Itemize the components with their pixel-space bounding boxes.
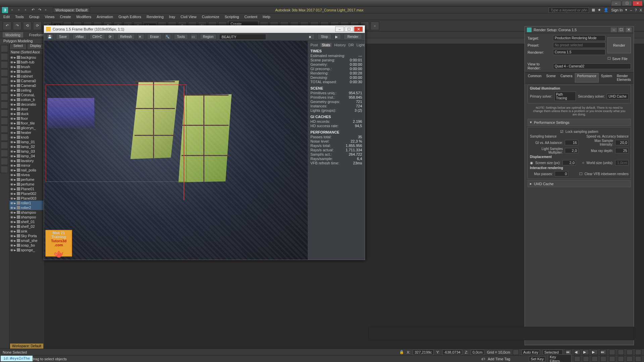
rsetup-tab-camera[interactable]: Camera [558, 73, 575, 83]
undo-icon[interactable]: ↶ [32, 8, 36, 12]
visibility-icon[interactable]: 👁 [10, 178, 13, 181]
y-field[interactable]: -638,0734 [442, 350, 462, 355]
light-samples-spinner[interactable]: 2,0 [565, 148, 578, 153]
scene-item[interactable]: 👁▸shelf_02 [9, 224, 44, 229]
cfb-tab-post[interactable]: Post [310, 43, 318, 47]
cfb-tab-lightmix[interactable]: LightMix [356, 43, 365, 47]
tool-icon[interactable] [1, 142, 8, 149]
tool-icon[interactable] [1, 109, 8, 117]
redo-icon[interactable]: ↷ [38, 8, 43, 12]
scene-item[interactable]: 👁▸gliceryn_ [9, 125, 44, 130]
visibility-icon[interactable]: 👁 [10, 117, 13, 120]
lock-checkbox[interactable]: ☑ [560, 130, 563, 134]
tool-icon[interactable] [1, 117, 8, 125]
signin-label[interactable]: Sign In [611, 8, 623, 12]
save-button[interactable]: Save [56, 34, 70, 40]
visibility-icon[interactable]: 👁 [10, 225, 13, 228]
os-max-button[interactable]: ☐ [622, 1, 632, 6]
visibility-icon[interactable]: 👁 [10, 103, 13, 106]
rsetup-max-button[interactable]: ☐ [618, 28, 624, 32]
stop-button[interactable]: Stop [317, 34, 332, 40]
key-filters-button[interactable]: Key Filters... [548, 354, 572, 362]
tool-icon[interactable] [1, 150, 8, 157]
view-selector[interactable]: Quad 4 - Camera02 [553, 63, 631, 69]
visibility-icon[interactable]: 👁 [10, 84, 13, 87]
os-close-button[interactable]: ✕ [633, 1, 643, 6]
scene-item[interactable]: 👁▸shelf_01 [9, 219, 44, 224]
menu-group[interactable]: Group [29, 15, 40, 19]
renderer-selector[interactable]: Corona 1.5 [553, 49, 605, 55]
render-button[interactable]: Render [607, 37, 631, 53]
nav-icon[interactable] [609, 356, 615, 362]
nav-icon[interactable] [618, 356, 624, 362]
open-icon[interactable]: ▫ [18, 8, 23, 12]
scene-item[interactable]: 👁▸roller2 [9, 205, 44, 210]
target-selector[interactable]: Production Rendering Mode [553, 35, 605, 41]
column-header[interactable]: Name (Sorted Asce [9, 50, 44, 55]
visibility-icon[interactable]: 👁 [10, 220, 13, 223]
a360-button[interactable]: ▫ [370, 21, 379, 30]
visibility-icon[interactable]: 👁 [10, 140, 13, 144]
save-icon[interactable]: ▫ [25, 8, 30, 12]
tool-icon[interactable] [1, 93, 8, 101]
rsetup-titlebar[interactable]: Render Setup: Corona 1.5 – ☐ ✕ [525, 27, 634, 33]
visibility-icon[interactable]: 👁 [10, 244, 13, 247]
visibility-icon[interactable]: 👁 [10, 136, 13, 139]
visibility-icon[interactable]: 👁 [10, 159, 13, 162]
visibility-icon[interactable]: 👁 [10, 168, 13, 172]
nav-icon[interactable] [627, 356, 633, 362]
rsetup-tab-scene[interactable]: Scene [544, 73, 558, 83]
region-button[interactable]: Region [200, 34, 217, 40]
cfb-tab-dr[interactable]: DR [348, 43, 354, 47]
link-button[interactable]: ⟲ [23, 21, 32, 30]
rsetup-tab-common[interactable]: Common [526, 73, 544, 83]
region-icon[interactable]: ▭ [191, 34, 197, 40]
render-output[interactable] [44, 41, 308, 260]
lock-icon[interactable]: 🔒 [399, 350, 404, 354]
visibility-icon[interactable]: 👁 [10, 173, 13, 176]
scene-item[interactable]: 👁▸brush [9, 64, 44, 69]
ctrlc-button[interactable]: Ctrl+C [90, 34, 105, 40]
nav-icon[interactable] [627, 350, 633, 355]
tool-icon[interactable] [1, 69, 8, 76]
star-icon[interactable]: ★ [598, 8, 601, 12]
visibility-icon[interactable]: 👁 [10, 74, 13, 78]
menu-iray[interactable]: Iray [169, 15, 175, 19]
tools-button[interactable]: Tools [174, 34, 188, 40]
menu-content[interactable]: Content [244, 15, 257, 19]
worldsize-radio[interactable]: ○ [582, 161, 585, 165]
gi-aa-spinner[interactable]: 16 [565, 140, 578, 145]
max-sample-spinner[interactable]: 20,0 [615, 140, 629, 145]
visibility-icon[interactable]: 👁 [10, 126, 13, 130]
scene-item[interactable]: 👁▸shampoo [9, 210, 44, 215]
visibility-icon[interactable]: 👁 [10, 89, 13, 92]
undo-button[interactable]: ↶ [3, 21, 11, 30]
visibility-icon[interactable]: 👁 [10, 201, 13, 205]
goto-end-button[interactable]: ⏭ [600, 350, 606, 355]
visibility-icon[interactable]: 👁 [10, 239, 13, 242]
rsetup-tab-performance[interactable]: Performance [575, 73, 599, 83]
tool-icon[interactable] [1, 45, 8, 52]
visibility-icon[interactable]: 👁 [10, 192, 13, 195]
visibility-icon[interactable]: 👁 [10, 93, 13, 97]
to-max-button[interactable]: >Max [72, 34, 87, 40]
nav-icon[interactable] [609, 350, 615, 355]
scene-item[interactable]: 👁▸duck [9, 111, 44, 116]
stop-icon[interactable]: ■ [308, 34, 315, 40]
scene-item[interactable]: 👁▸small_she [9, 238, 44, 243]
visibility-icon[interactable]: 👁 [10, 150, 13, 153]
scene-item[interactable]: 👁▸bath-tub [9, 60, 44, 64]
nav-icon[interactable] [618, 350, 624, 355]
tool-icon[interactable] [1, 77, 8, 85]
scene-item[interactable]: 👁▸Camera0 [9, 83, 44, 88]
refresh-button[interactable]: Refresh [117, 34, 135, 40]
menu-animation[interactable]: Animation [97, 15, 113, 19]
rsetup-close-button[interactable]: ✕ [626, 28, 632, 32]
setkey-button[interactable]: Set Key [529, 356, 545, 362]
visibility-icon[interactable]: 👁 [10, 112, 13, 115]
next-frame-button[interactable]: ▶ [592, 350, 598, 355]
max-ray-depth-spinner[interactable]: 25 [615, 148, 629, 153]
scene-item[interactable]: 👁▸sink [9, 229, 44, 234]
scene-item[interactable]: 👁▸lamp_04 [9, 154, 44, 158]
autokey-button[interactable]: Auto Key [522, 350, 540, 355]
